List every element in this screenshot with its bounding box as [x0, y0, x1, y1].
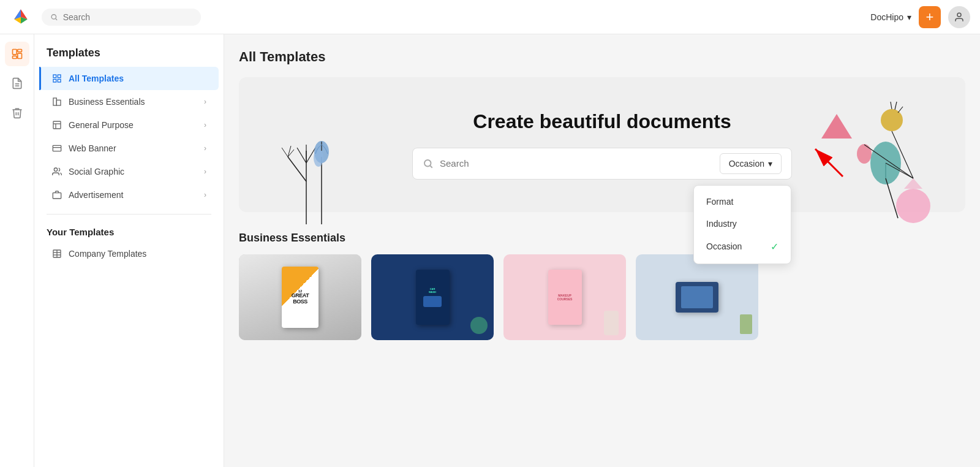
- business-essentials-title: Business Essentials: [239, 232, 965, 245]
- chevron-right-icon: ›: [204, 191, 206, 199]
- svg-point-46: [881, 109, 903, 131]
- create-button[interactable]: +: [919, 6, 941, 28]
- svg-line-34: [297, 148, 306, 163]
- content-area: All Templates: [224, 34, 980, 467]
- dropdown-item-format[interactable]: Format: [694, 191, 791, 213]
- user-icon: [954, 12, 965, 23]
- brand-dropdown[interactable]: DocHipo ▾: [870, 12, 911, 22]
- topbar-search-bar[interactable]: [42, 9, 201, 26]
- topbar: DocHipo ▾ +: [0, 0, 980, 34]
- document-icon: [11, 77, 23, 89]
- svg-line-48: [895, 102, 897, 110]
- chevron-right-icon: ›: [204, 121, 206, 129]
- svg-line-49: [898, 107, 903, 113]
- svg-rect-21: [53, 145, 61, 151]
- svg-rect-10: [53, 75, 56, 78]
- sidebar-item-business-essentials[interactable]: Business Essentials ›: [39, 90, 219, 113]
- chevron-right-icon: ›: [204, 167, 206, 176]
- sidebar-item-label: Company Templates: [69, 249, 146, 259]
- chevron-right-icon: ›: [204, 97, 206, 106]
- ad-icon: [51, 189, 62, 200]
- sidebar-divider: [47, 214, 211, 215]
- svg-point-23: [54, 168, 57, 171]
- check-icon: ✓: [771, 241, 778, 252]
- templates-icon: [11, 48, 23, 60]
- table-icon: [51, 248, 62, 259]
- template-card-4[interactable]: [636, 254, 758, 340]
- hero-search-row: Occasion ▾ Format Industry Occasion: [412, 148, 792, 180]
- logo[interactable]: [10, 5, 42, 29]
- svg-line-30: [288, 157, 306, 181]
- occasion-chevron-icon: ▾: [768, 159, 772, 169]
- svg-rect-5: [17, 50, 21, 52]
- sidebar-item-label: General Purpose: [69, 120, 134, 130]
- brand-chevron-icon: ▾: [907, 12, 911, 22]
- sidebar-item-advertisement[interactable]: Advertisement ›: [39, 183, 219, 207]
- hero-banner: Create beautiful documents Occasion ▾ Fo…: [239, 77, 965, 212]
- svg-point-50: [896, 189, 930, 223]
- sidebar-item-label: Web Banner: [69, 143, 116, 153]
- dropdown-item-occasion[interactable]: Occasion ✓: [694, 235, 791, 259]
- svg-marker-51: [904, 178, 922, 189]
- svg-point-39: [314, 150, 323, 167]
- sidebar-item-label: Business Essentials: [69, 97, 145, 107]
- template-card-3[interactable]: makeupcourses: [503, 254, 626, 340]
- svg-rect-14: [53, 98, 56, 105]
- red-arrow-annotation: [803, 137, 846, 182]
- your-templates-title: Your Templates: [34, 222, 224, 242]
- svg-line-2: [56, 18, 57, 20]
- cards-row: 12GREATBOSS CARWASH makeupcourses: [239, 254, 965, 340]
- hero-title: Create beautiful documents: [412, 110, 792, 133]
- hero-search-input[interactable]: [440, 158, 714, 169]
- user-avatar[interactable]: [948, 6, 970, 28]
- hero-search-icon: [423, 158, 434, 169]
- dropdown-item-industry[interactable]: Industry: [694, 213, 791, 235]
- sidebar-item-general-purpose[interactable]: General Purpose ›: [39, 113, 219, 137]
- filter-dropdown: Format Industry Occasion ✓: [693, 185, 791, 264]
- rail-item-trash[interactable]: [5, 101, 29, 125]
- sidebar-item-label: Advertisement: [69, 190, 123, 200]
- sidebar-item-social-graphic[interactable]: Social Graphic ›: [39, 160, 219, 183]
- grid-icon: [51, 73, 62, 84]
- dropdown-item-label: Occasion: [706, 241, 742, 251]
- rail-item-documents[interactable]: [5, 71, 29, 96]
- sidebar-item-web-banner[interactable]: Web Banner ›: [39, 137, 219, 160]
- svg-point-55: [424, 160, 431, 167]
- occasion-label: Occasion: [729, 159, 764, 169]
- svg-rect-7: [12, 56, 17, 58]
- svg-point-1: [51, 14, 56, 18]
- sidebar-templates-title: Templates: [34, 47, 224, 67]
- svg-rect-24: [53, 193, 61, 199]
- svg-line-44: [886, 178, 898, 218]
- trash-icon: [11, 107, 23, 119]
- template-card-1[interactable]: 12GREATBOSS: [239, 254, 361, 340]
- svg-line-31: [282, 148, 288, 157]
- svg-rect-4: [12, 50, 17, 55]
- building-icon: [51, 96, 62, 107]
- svg-rect-15: [56, 100, 61, 105]
- svg-rect-12: [53, 79, 56, 82]
- topbar-search-input[interactable]: [63, 12, 192, 22]
- hero-center: Create beautiful documents Occasion ▾ Fo…: [412, 110, 792, 180]
- sidebar-item-company-templates[interactable]: Company Templates: [39, 242, 219, 265]
- rail-item-templates[interactable]: [5, 42, 29, 66]
- business-essentials-section: Business Essentials 12GREATBOSS CARWASH: [239, 232, 965, 340]
- sidebar-item-label: Social Graphic: [69, 167, 124, 177]
- svg-point-42: [857, 144, 872, 164]
- search-icon: [50, 13, 58, 21]
- template-card-2[interactable]: CARWASH: [371, 254, 494, 340]
- page-title: All Templates: [239, 49, 965, 65]
- topbar-right: DocHipo ▾ +: [870, 6, 970, 28]
- main-layout: Templates All Templates Business Essenti…: [0, 34, 980, 467]
- svg-point-3: [957, 13, 961, 17]
- icon-rail: [0, 34, 34, 467]
- sidebar-item-label: All Templates: [69, 74, 124, 83]
- occasion-dropdown-button[interactable]: Occasion ▾: [720, 153, 782, 174]
- sidebar: Templates All Templates Business Essenti…: [34, 34, 224, 467]
- plant-left-decoration: [276, 114, 349, 212]
- svg-rect-13: [58, 79, 61, 82]
- sidebar-item-all-templates[interactable]: All Templates: [39, 67, 219, 90]
- svg-line-56: [430, 165, 432, 167]
- dropdown-item-label: Industry: [706, 219, 737, 229]
- brand-name: DocHipo: [870, 12, 903, 22]
